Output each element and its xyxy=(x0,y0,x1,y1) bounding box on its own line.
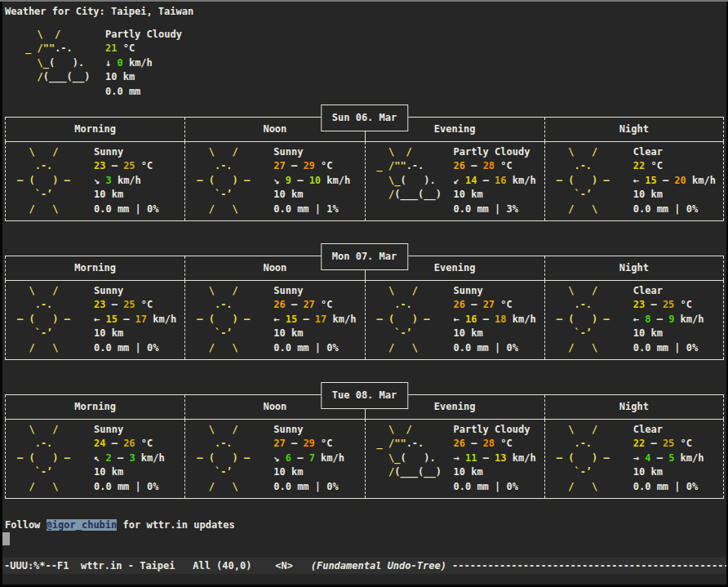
forecast-days: Sun 06. MarMorningNoonEveningNight \ / .… xyxy=(2,105,726,499)
cell-visibility: 10 km xyxy=(454,188,536,202)
cell-condition-text: Sunny xyxy=(273,284,356,298)
forecast-day: Tue 08. MarMorningNoonEveningNight \ / .… xyxy=(5,382,724,499)
forecast-cell-night: \ / .-. – ( ) – `-’ / \Clear22 – 25 °C→ … xyxy=(544,420,724,498)
cell-condition-text: Sunny xyxy=(94,145,158,159)
cell-visibility: 10 km xyxy=(633,327,704,340)
page-title: Weather for City: Taipei, Taiwan xyxy=(5,6,726,17)
cell-temperature-range: 22 – 25 °C xyxy=(633,437,704,451)
cell-visibility: 10 km xyxy=(633,188,716,202)
modeline-buffer-name[interactable]: wttr.in - Taipei xyxy=(81,560,175,571)
cell-precipitation: 0.0 mm | 0% xyxy=(94,202,158,216)
cell-temperature-range: 24 – 26 °C xyxy=(94,437,165,451)
cell-wind: ← 15 – 17 km/h xyxy=(273,313,356,327)
cell-temperature-range: 27 – 29 °C xyxy=(273,437,344,451)
current-precipitation: 0.0 mm xyxy=(105,85,182,99)
sunny-icon: \ / .-. – ( ) – `-’ / \ xyxy=(369,284,454,355)
sunny-icon: \ / .-. – ( ) – `-’ / \ xyxy=(189,145,273,216)
cell-wind: ← 16 – 18 km/h xyxy=(454,313,536,327)
sunny-icon: \ / .-. – ( ) – `-’ / \ xyxy=(548,145,633,216)
cell-wind: ← 8 – 9 km/h xyxy=(633,313,704,327)
cell-visibility: 10 km xyxy=(94,465,165,479)
cell-condition-text: Sunny xyxy=(94,284,176,298)
cell-wind: ← 15 – 20 km/h xyxy=(633,174,716,188)
cell-visibility: 10 km xyxy=(273,465,344,479)
forecast-cell-evening: \ / _ /"".-. \_( ). /(___(__)Partly Clou… xyxy=(365,142,544,220)
date-label: Tue 08. Mar xyxy=(321,382,408,409)
sunny-icon: \ / .-. – ( ) – `-’ / \ xyxy=(9,423,94,494)
cell-wind: ↘ 3 km/h xyxy=(94,174,158,188)
partly-cloudy-icon: \ / _ /"".-. \_( ). /(___(__) xyxy=(369,423,454,480)
sunny-icon: \ / .-. – ( ) – `-’ / \ xyxy=(548,423,633,494)
cell-condition-text: Sunny xyxy=(94,423,165,437)
cell-temperature-range: 26 – 27 °C xyxy=(273,298,356,312)
modeline-position: All (40,0) xyxy=(175,560,276,571)
cell-visibility: 10 km xyxy=(633,465,704,479)
cell-temperature-range: 23 – 25 °C xyxy=(633,298,704,312)
cell-precipitation: 0.0 mm | 0% xyxy=(273,480,344,494)
twitter-handle-link[interactable]: @igor_chubin xyxy=(47,519,118,531)
forecast-cell-morning: \ / .-. – ( ) – `-’ / \Sunny23 – 25 °C← … xyxy=(5,281,184,359)
period-header-night: Night xyxy=(544,256,724,280)
cell-visibility: 10 km xyxy=(454,327,536,340)
partly-cloudy-icon: \ / _ /"".-. \_( ). /(___(__) xyxy=(25,28,94,85)
cell-visibility: 10 km xyxy=(94,327,176,340)
cell-wind: ↖ 2 – 3 km/h xyxy=(94,451,165,465)
date-label: Mon 07. Mar xyxy=(321,243,408,270)
forecast-cell-night: \ / .-. – ( ) – `-’ / \Clear22 °C← 15 – … xyxy=(544,142,724,220)
forecast-cell-noon: \ / .-. – ( ) – `-’ / \Sunny27 – 29 °C↘ … xyxy=(184,420,364,498)
forecast-cell-noon: \ / .-. – ( ) – `-’ / \Sunny27 – 29 °C↘ … xyxy=(184,142,364,220)
cell-wind: ← 15 – 17 km/h xyxy=(94,313,176,327)
cell-condition-text: Clear xyxy=(633,423,704,437)
forecast-day: Sun 06. MarMorningNoonEveningNight \ / .… xyxy=(5,105,724,221)
modeline-major-mode[interactable]: (Fundamental Undo-Tree) xyxy=(311,560,446,571)
cell-condition-text: Partly Cloudy xyxy=(454,145,536,159)
sunny-icon: \ / .-. – ( ) – `-’ / \ xyxy=(548,284,633,355)
partly-cloudy-icon: \ / _ /"".-. \_( ). /(___(__) xyxy=(369,145,454,202)
footer-line: Follow @igor_chubin for wttr.in updates xyxy=(5,519,726,531)
period-header-morning: Morning xyxy=(5,256,184,280)
modeline-input-indicator: <N> xyxy=(275,560,293,571)
terminal-window: Weather for City: Taipei, Taiwan \ / _ /… xyxy=(2,2,726,585)
cell-visibility: 10 km xyxy=(273,327,356,340)
cell-precipitation: 0.0 mm | 0% xyxy=(633,341,704,355)
modeline-flags: -UUU:%*--F1 xyxy=(4,560,81,571)
cell-wind: ↙ 14 – 16 km/h xyxy=(454,174,536,188)
cell-condition-text: Clear xyxy=(633,284,704,298)
cell-condition-text: Sunny xyxy=(454,284,536,298)
cell-temperature-range: 23 – 25 °C xyxy=(94,159,158,173)
cell-condition-text: Sunny xyxy=(273,145,350,159)
forecast-cell-morning: \ / .-. – ( ) – `-’ / \Sunny23 – 25 °C↘ … xyxy=(5,142,184,220)
cell-wind: ↘ 9 – 10 km/h xyxy=(273,174,350,188)
cell-wind: → 11 – 13 km/h xyxy=(454,451,536,465)
date-label: Sun 06. Mar xyxy=(321,105,408,131)
current-conditions: \ / _ /"".-. \_( ). /(___(__) Partly Clo… xyxy=(25,28,726,99)
sunny-icon: \ / .-. – ( ) – `-’ / \ xyxy=(9,284,94,355)
modeline-filler-dashes: ----------------------------------------… xyxy=(446,560,726,571)
period-header-night: Night xyxy=(544,395,724,419)
cell-wind: ↘ 6 – 7 km/h xyxy=(273,451,344,465)
cell-visibility: 10 km xyxy=(94,188,158,202)
window-top-border xyxy=(0,0,728,2)
period-header-morning: Morning xyxy=(5,395,184,419)
cell-visibility: 10 km xyxy=(454,465,536,479)
current-wind: ↓ 0 km/h xyxy=(105,56,182,70)
emacs-modeline: -UUU:%*--F1 wttr.in - Taipei All (40,0) … xyxy=(2,558,726,574)
text-cursor xyxy=(2,532,10,545)
cell-temperature-range: 26 – 27 °C xyxy=(454,298,536,312)
cell-precipitation: 0.0 mm | 0% xyxy=(633,480,704,494)
cell-temperature-range: 26 – 28 °C xyxy=(454,159,536,173)
modeline-spacer xyxy=(293,560,311,571)
forecast-cell-evening: \ / .-. – ( ) – `-’ / \Sunny26 – 27 °C← … xyxy=(365,281,544,359)
cell-precipitation: 0.0 mm | 0% xyxy=(94,480,165,494)
period-header-night: Night xyxy=(544,118,724,141)
cell-temperature-range: 27 – 29 °C xyxy=(273,159,350,173)
period-header-morning: Morning xyxy=(5,118,184,141)
forecast-day: Mon 07. MarMorningNoonEveningNight \ / .… xyxy=(5,243,724,360)
footer-prefix: Follow xyxy=(5,519,47,531)
current-condition-text: Partly Cloudy xyxy=(105,28,182,42)
cell-precipitation: 0.0 mm | 3% xyxy=(454,202,536,216)
current-temperature: 21 °C xyxy=(105,42,182,56)
cell-visibility: 10 km xyxy=(273,188,350,202)
forecast-cell-night: \ / .-. – ( ) – `-’ / \Clear23 – 25 °C← … xyxy=(544,281,724,359)
sunny-icon: \ / .-. – ( ) – `-’ / \ xyxy=(9,145,94,216)
